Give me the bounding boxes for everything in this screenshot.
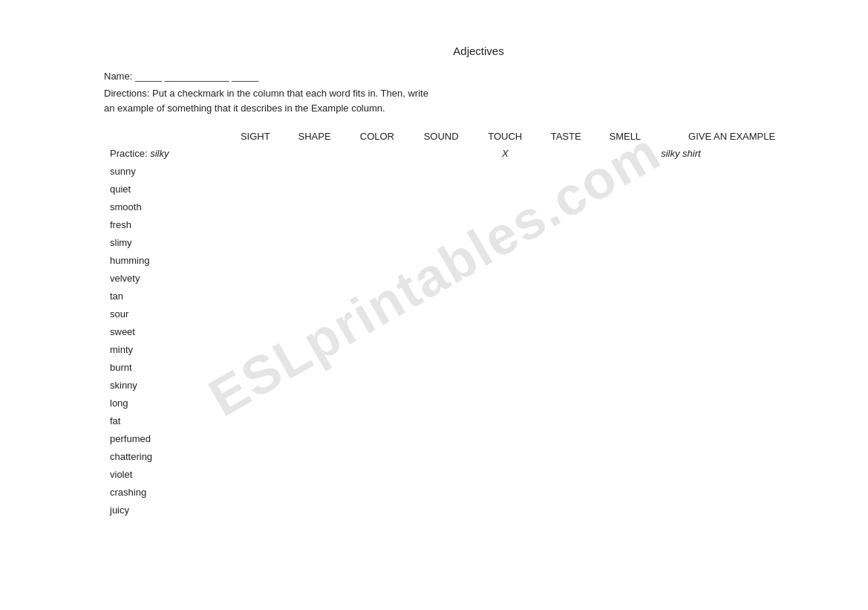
word-cell-15: perfumed — [104, 429, 226, 447]
word-cell-6: velvety — [104, 269, 226, 287]
skinny-smell-cell — [595, 376, 655, 394]
chattering-shape-cell — [284, 447, 345, 465]
fat-color-cell — [345, 412, 409, 429]
word-cell-17: violet — [104, 465, 226, 483]
tan-smell-cell — [595, 287, 655, 305]
smooth-sight-cell — [226, 198, 284, 215]
table-header-row: SIGHT SHAPE COLOR SOUND TOUCH TASTE SMEL… — [104, 129, 809, 144]
slimy-sound-cell — [409, 233, 474, 251]
tan-color-cell — [345, 287, 409, 305]
chattering-sight-cell — [226, 447, 284, 465]
long-color-cell — [345, 394, 409, 412]
smooth-touch-cell — [474, 198, 537, 215]
juicy-touch-cell — [474, 501, 537, 519]
fat-taste-cell — [537, 412, 595, 429]
word-cell-7: tan — [104, 287, 226, 305]
table-row: minty — [104, 340, 809, 358]
col-header-color: COLOR — [345, 129, 409, 144]
table-row: violet — [104, 465, 809, 483]
velvety-smell-cell — [595, 269, 655, 287]
sour-taste-cell — [537, 305, 595, 322]
fat-sound-cell — [409, 412, 474, 429]
sweet-shape-cell — [284, 322, 345, 340]
smooth-color-cell — [345, 198, 409, 215]
sweet-example-cell — [655, 322, 809, 340]
violet-touch-cell — [474, 465, 537, 483]
fresh-taste-cell — [537, 215, 595, 233]
word-cell-18: crashing — [104, 483, 226, 501]
tan-shape-cell — [284, 287, 345, 305]
table-row: perfumed — [104, 429, 809, 447]
burnt-example-cell — [655, 358, 809, 376]
sour-shape-cell — [284, 305, 345, 322]
sunny-touch-cell — [474, 162, 537, 180]
sweet-taste-cell — [537, 322, 595, 340]
col-header-example: GIVE AN EXAMPLE — [655, 129, 809, 144]
word-cell-14: fat — [104, 412, 226, 429]
sour-touch-cell — [474, 305, 537, 322]
long-touch-cell — [474, 394, 537, 412]
fresh-sight-cell — [226, 215, 284, 233]
table-row: skinny — [104, 376, 809, 394]
minty-shape-cell — [284, 340, 345, 358]
burnt-touch-cell — [474, 358, 537, 376]
table-row: sunny — [104, 162, 809, 180]
fresh-touch-cell — [474, 215, 537, 233]
slimy-touch-cell — [474, 233, 537, 251]
chattering-sound-cell — [409, 447, 474, 465]
humming-touch-cell — [474, 251, 537, 269]
col-header-sound: SOUND — [409, 129, 474, 144]
practice-row: Practice: silky X silky shirt — [104, 144, 809, 162]
sour-smell-cell — [595, 305, 655, 322]
crashing-smell-cell — [595, 483, 655, 501]
fresh-color-cell — [345, 215, 409, 233]
word-cell-16: chattering — [104, 447, 226, 465]
table-row: tan — [104, 287, 809, 305]
practice-shape-cell — [284, 144, 345, 162]
perfumed-shape-cell — [284, 429, 345, 447]
sunny-taste-cell — [537, 162, 595, 180]
sunny-smell-cell — [595, 162, 655, 180]
sour-color-cell — [345, 305, 409, 322]
sweet-sound-cell — [409, 322, 474, 340]
tan-example-cell — [655, 287, 809, 305]
violet-example-cell — [655, 465, 809, 483]
burnt-sight-cell — [226, 358, 284, 376]
page: ESLprintables.com Adjectives Name: _____… — [0, 0, 868, 548]
fat-sight-cell — [226, 412, 284, 429]
sour-sight-cell — [226, 305, 284, 322]
word-cell-4: slimy — [104, 233, 226, 251]
word-cell-0: sunny — [104, 162, 226, 180]
word-cell-5: humming — [104, 251, 226, 269]
minty-sight-cell — [226, 340, 284, 358]
violet-sound-cell — [409, 465, 474, 483]
burnt-taste-cell — [537, 358, 595, 376]
adjectives-table: SIGHT SHAPE COLOR SOUND TOUCH TASTE SMEL… — [104, 129, 809, 519]
juicy-sound-cell — [409, 501, 474, 519]
table-row: sweet — [104, 322, 809, 340]
fresh-sound-cell — [409, 215, 474, 233]
practice-smell-cell — [595, 144, 655, 162]
juicy-taste-cell — [537, 501, 595, 519]
practice-sight-cell — [226, 144, 284, 162]
quiet-sight-cell — [226, 180, 284, 198]
word-cell-2: smooth — [104, 198, 226, 215]
sour-example-cell — [655, 305, 809, 322]
crashing-sight-cell — [226, 483, 284, 501]
humming-example-cell — [655, 251, 809, 269]
perfumed-taste-cell — [537, 429, 595, 447]
violet-smell-cell — [595, 465, 655, 483]
velvety-sight-cell — [226, 269, 284, 287]
quiet-touch-cell — [474, 180, 537, 198]
velvety-example-cell — [655, 269, 809, 287]
sunny-sound-cell — [409, 162, 474, 180]
fat-example-cell — [655, 412, 809, 429]
crashing-touch-cell — [474, 483, 537, 501]
sunny-example-cell — [655, 162, 809, 180]
sweet-touch-cell — [474, 322, 537, 340]
word-cell-12: skinny — [104, 376, 226, 394]
skinny-shape-cell — [284, 376, 345, 394]
table-row: humming — [104, 251, 809, 269]
crashing-shape-cell — [284, 483, 345, 501]
minty-taste-cell — [537, 340, 595, 358]
